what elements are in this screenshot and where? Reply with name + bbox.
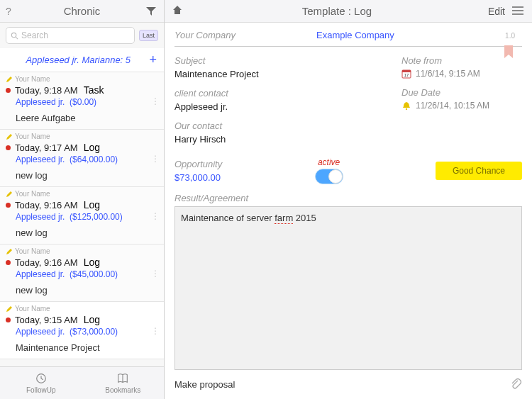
detail-body: Your Company Example Company 1.0 Subject… [165, 23, 532, 370]
subject-label: Subject [174, 55, 380, 66]
bell-icon [401, 101, 411, 111]
bookmark-icon[interactable] [504, 45, 514, 62]
pencil-icon [6, 76, 13, 83]
detail-header: Template : Log Edit [165, 0, 532, 23]
client-contact-value[interactable]: Appleseed jr. [174, 101, 380, 112]
detail-title: Template : Log [186, 5, 488, 17]
opportunity-row: Opportunity $73,000.00 active Good Chanc… [174, 157, 522, 184]
owner-row: Your Name [6, 305, 158, 313]
pencil-icon [6, 305, 13, 313]
owner-row: Your Name [6, 133, 158, 140]
more-icon[interactable]: ··· [154, 326, 157, 335]
book-icon [116, 372, 129, 385]
pencil-icon [6, 248, 13, 255]
due-label: Due Date [401, 87, 522, 98]
list: Your Name Today, 9:18 AMTask Appleseed j… [0, 72, 164, 366]
list-item[interactable]: Your Name Today, 9:16 AMLog Appleseed jr… [0, 187, 164, 245]
bookmarks-button[interactable]: Bookmarks [82, 367, 165, 399]
menu-icon[interactable] [512, 5, 525, 17]
chance-button[interactable]: Good Chance [436, 162, 522, 180]
company-value[interactable]: Example Company [316, 30, 394, 40]
opportunity-value[interactable]: $73,000.00 [174, 172, 222, 183]
status-dot [6, 145, 11, 150]
svg-point-9 [406, 108, 407, 110]
owner-row: Your Name [6, 190, 158, 198]
filter-icon[interactable] [145, 6, 158, 16]
pencil-icon [6, 133, 13, 140]
search-row: Search Last [0, 23, 164, 48]
status-dot [6, 317, 11, 322]
status-dot [6, 203, 11, 208]
svg-rect-7 [402, 70, 411, 72]
notefrom-value[interactable]: 17 11/6/14, 9:15 AM [401, 69, 522, 79]
svg-line-1 [16, 37, 18, 39]
sidebar-footer: FollowUp Bookmarks [0, 366, 164, 399]
company-row: Your Company Example Company 1.0 [174, 26, 522, 47]
list-item[interactable]: Your Name Today, 9:15 AMLog Appleseed jr… [0, 302, 164, 359]
version-label: 1.0 [505, 32, 522, 40]
search-icon [11, 32, 18, 40]
make-proposal-button[interactable]: Make proposal [174, 379, 235, 390]
our-contact-label: Our contact [174, 120, 380, 131]
status-dot [6, 260, 11, 265]
pencil-icon [6, 191, 13, 198]
list-item[interactable]: Your Name Today, 9:16 AMLog Appleseed jr… [0, 245, 164, 302]
more-icon[interactable]: ··· [154, 154, 157, 162]
detail-pane: Template : Log Edit Your Company Example… [165, 0, 532, 399]
sidebar-header: ? Chronic [0, 0, 164, 23]
list-item[interactable]: Your Name Today, 9:18 AMTask Appleseed j… [0, 72, 164, 130]
detail-footer: Make proposal [165, 370, 532, 399]
active-toggle[interactable] [315, 169, 343, 184]
add-button[interactable]: + [149, 52, 157, 67]
home-icon[interactable] [172, 4, 186, 18]
more-icon[interactable]: ··· [154, 269, 157, 277]
sidebar-title: Chronic [18, 5, 145, 17]
result-textarea[interactable]: Maintenance of server farm 2015 [174, 206, 522, 370]
help-button[interactable]: ? [6, 6, 18, 17]
company-label: Your Company [174, 30, 316, 40]
our-contact-value[interactable]: Harry Hirsch [174, 134, 380, 145]
more-icon[interactable]: ··· [154, 96, 157, 105]
sidebar: ? Chronic Search Last Appleseed jr. Mari… [0, 0, 165, 399]
followup-button[interactable]: FollowUp [0, 367, 82, 399]
group-label: Appleseed jr. Marianne: 5 [7, 55, 149, 65]
owner-row: Your Name [6, 75, 158, 83]
list-item[interactable]: Your Name Today, 9:17 AMLog Appleseed jr… [0, 130, 164, 187]
svg-point-0 [11, 33, 16, 37]
opportunity-label: Opportunity [174, 159, 222, 169]
last-button[interactable]: Last [139, 30, 158, 41]
attachment-icon[interactable] [509, 377, 522, 392]
calendar-icon: 17 [401, 69, 411, 79]
owner-row: Your Name [6, 247, 158, 255]
search-placeholder: Search [21, 30, 48, 40]
active-label: active [318, 157, 340, 167]
due-value[interactable]: 11/26/14, 10:15 AM [401, 101, 522, 111]
group-header[interactable]: Appleseed jr. Marianne: 5 + [0, 48, 164, 72]
clock-icon [35, 372, 48, 385]
more-icon[interactable]: ··· [154, 211, 157, 220]
subject-value[interactable]: Maintenance Project [174, 69, 380, 79]
status-dot [6, 88, 11, 93]
search-input[interactable]: Search [6, 27, 135, 44]
svg-text:17: 17 [404, 73, 409, 77]
edit-button[interactable]: Edit [488, 6, 505, 17]
result-label: Result/Agreement [174, 193, 522, 203]
client-contact-label: client contact [174, 88, 380, 99]
